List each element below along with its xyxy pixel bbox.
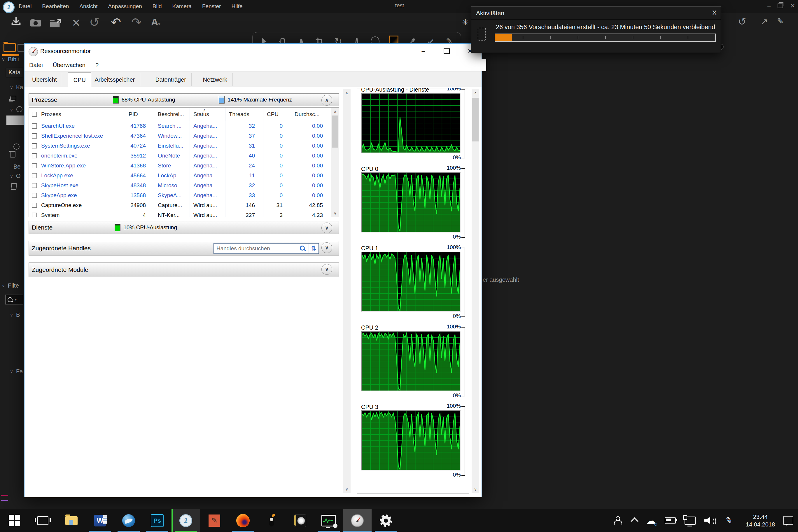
menu-item-anpassungen[interactable]: Anpassungen: [108, 3, 142, 10]
redo-icon[interactable]: ↷: [131, 15, 141, 30]
scroll-up-icon[interactable]: ∧: [331, 108, 339, 115]
menu-item-ansicht[interactable]: Ansicht: [79, 3, 97, 10]
rm-menu-item[interactable]: Überwachen: [53, 62, 86, 69]
taskbar-capture-one-icon[interactable]: 1: [171, 509, 200, 532]
rotate-ccw-icon[interactable]: ↺: [738, 16, 746, 27]
styles-a-icon[interactable]: A▾: [151, 16, 160, 28]
table-row[interactable]: SkypeHost.exe48348Microso...Angeha...320…: [29, 180, 331, 190]
tab-arbeitsspeicher[interactable]: Arbeitsspeicher: [89, 73, 140, 86]
row-checkbox[interactable]: [32, 163, 37, 168]
search-icon[interactable]: [300, 246, 309, 252]
taskbar-file-explorer-icon[interactable]: [57, 509, 86, 532]
sidebar-search-input[interactable]: ▾: [5, 294, 23, 304]
table-scrollbar[interactable]: ∧ ∨: [331, 108, 339, 217]
table-row[interactable]: System4NT-Ker...Wird au...22734.23: [29, 210, 331, 217]
expand-chevron-down-icon[interactable]: ∨: [321, 242, 332, 253]
scroll-up-icon[interactable]: ∧: [472, 89, 479, 97]
minimize-icon[interactable]: –: [767, 3, 771, 10]
sidebar-item-collections[interactable]: ∨Ka: [2, 84, 23, 91]
onedrive-cloud-icon[interactable]: ☁↻: [646, 515, 656, 527]
table-row[interactable]: CaptureOne.exe24908Capture...Wird au...1…: [29, 201, 331, 210]
expand-chevron-down-icon[interactable]: ∨: [321, 264, 332, 275]
import-icon[interactable]: [11, 16, 22, 30]
expand-chevron-down-icon[interactable]: ∨: [321, 223, 332, 233]
services-section-header[interactable]: Dienste 10% CPU-Auslastung ∨: [28, 221, 339, 234]
row-checkbox[interactable]: [32, 124, 37, 129]
network-icon[interactable]: [685, 516, 696, 525]
sidebar-item-rating[interactable]: ∨B: [2, 311, 20, 318]
undo-icon[interactable]: ↶: [111, 15, 121, 30]
scrollbar-thumb[interactable]: [332, 115, 338, 148]
modules-section-header[interactable]: Zugeordnete Module ∨: [28, 263, 339, 277]
menu-item-hilfe[interactable]: Hilfe: [231, 3, 242, 10]
capture-camera-icon[interactable]: [30, 18, 41, 30]
rm-maximize-button[interactable]: [435, 44, 458, 58]
menu-item-bild[interactable]: Bild: [153, 3, 162, 10]
table-row[interactable]: ShellExperienceHost.exe47364Window...Ang…: [29, 131, 331, 141]
sidebar-item-group[interactable]: ∨: [2, 107, 16, 113]
delete-x-icon[interactable]: ✕: [72, 17, 80, 29]
restore-icon[interactable]: [778, 3, 783, 8]
row-checkbox[interactable]: [32, 133, 37, 138]
speaker-icon[interactable]: [704, 516, 717, 525]
close-icon[interactable]: X: [712, 9, 717, 17]
tab-übersicht[interactable]: Übersicht: [27, 73, 62, 86]
menu-item-datei[interactable]: Datei: [19, 3, 32, 10]
action-center-icon[interactable]: [783, 516, 793, 525]
rm-minimize-button[interactable]: –: [412, 44, 435, 58]
color-tag-crimson[interactable]: [1, 495, 8, 496]
select-all-checkbox[interactable]: [32, 112, 37, 117]
table-row[interactable]: SkypeApp.exe13568SkypeA...Angeha...3300.…: [29, 190, 331, 201]
content-scrollbar[interactable]: ∧ ∨: [343, 89, 350, 493]
close-icon[interactable]: ✕: [790, 2, 795, 10]
scroll-down-icon[interactable]: ∨: [472, 485, 479, 493]
scroll-down-icon[interactable]: ∨: [343, 485, 350, 493]
column-header[interactable]: Threads: [226, 108, 263, 121]
rm-menu-item[interactable]: Datei: [29, 62, 43, 69]
tab-datenträger[interactable]: Datenträger: [150, 73, 192, 86]
people-icon[interactable]: [613, 516, 623, 525]
refresh-arrows-icon[interactable]: ⇅: [309, 245, 319, 252]
row-checkbox[interactable]: [32, 203, 37, 208]
handles-search-input[interactable]: [214, 245, 300, 252]
scroll-down-icon[interactable]: ∨: [331, 209, 339, 217]
column-header[interactable]: Beschrei...: [154, 108, 190, 121]
reset-icon[interactable]: ↺: [89, 15, 99, 30]
tab-netzwerk[interactable]: Netzwerk: [198, 73, 233, 86]
row-checkbox[interactable]: [32, 183, 37, 188]
catalog-dropdown[interactable]: Kata: [6, 68, 23, 77]
sidebar-item-color-tag[interactable]: ∨Fa: [2, 368, 23, 375]
graphs-scrollbar[interactable]: ∧ ∨: [472, 89, 479, 493]
table-row[interactable]: SystemSettings.exe40724Einstellu...Angeh…: [29, 141, 331, 151]
table-row[interactable]: onenoteim.exe35912OneNoteAngeha...4000.0…: [29, 151, 331, 161]
export-folder-icon[interactable]: [50, 18, 62, 30]
scrollbar-thumb[interactable]: [472, 98, 479, 141]
menu-item-bearbeiten[interactable]: Bearbeiten: [42, 3, 69, 10]
taskbar-photoshop-icon[interactable]: Ps: [143, 509, 171, 532]
column-header[interactable]: Prozess: [29, 108, 125, 121]
taskbar-clock[interactable]: 23:44 14.04.2018: [741, 513, 779, 528]
menu-item-kamera[interactable]: Kamera: [172, 3, 192, 10]
row-checkbox[interactable]: [32, 143, 37, 149]
process-table-header[interactable]: ProzessPIDBeschrei...Status∧ThreadsCPUDu…: [29, 108, 331, 121]
taskbar-firefox-icon[interactable]: [229, 509, 257, 532]
row-checkbox[interactable]: [32, 173, 37, 178]
collapse-chevron-up-icon[interactable]: ∧: [321, 95, 332, 106]
trash-icon[interactable]: [10, 152, 16, 157]
column-header[interactable]: Status∧: [190, 108, 226, 121]
taskbar-word-icon[interactable]: W: [86, 509, 114, 532]
tab-cpu[interactable]: CPU: [68, 72, 91, 87]
menu-item-fenster[interactable]: Fenster: [202, 3, 221, 10]
taskbar-performance-app-icon[interactable]: [315, 509, 343, 532]
column-header[interactable]: Durchsc...: [291, 108, 331, 121]
taskbar-pencil-app-icon[interactable]: ✎: [200, 509, 229, 532]
processes-section-header[interactable]: Prozesse 68% CPU-Auslastung 141% Maximal…: [28, 93, 339, 106]
row-checkbox[interactable]: [32, 193, 37, 198]
sidebar-item-library[interactable]: ∨Bibli: [2, 56, 19, 63]
column-header[interactable]: PID: [125, 108, 154, 121]
library-tab-folder-icon[interactable]: [3, 43, 16, 52]
handles-section-header[interactable]: Zugeordnete Handles ⇅ ∨: [28, 241, 339, 255]
taskbar-settings-icon[interactable]: [372, 509, 400, 532]
table-row[interactable]: SearchUI.exe41788Search ...Angeha...3200…: [29, 121, 331, 131]
taskbar-watch-app-icon[interactable]: [286, 509, 315, 532]
